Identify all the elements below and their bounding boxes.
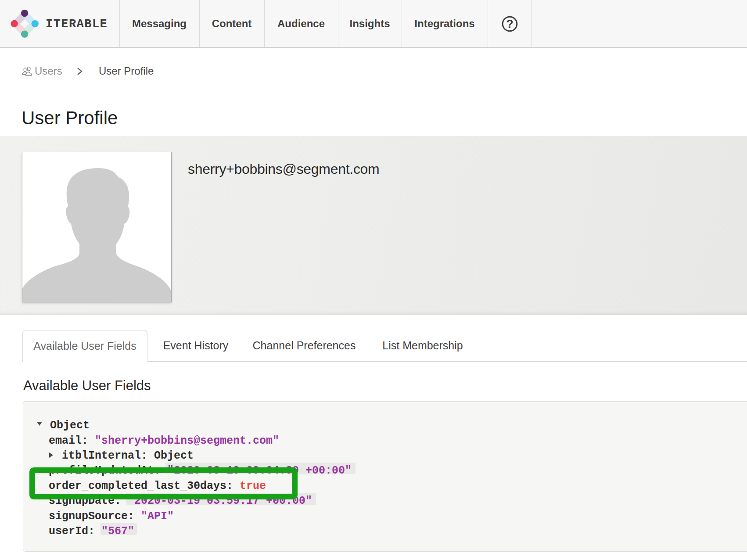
svg-text:?: ? bbox=[506, 18, 514, 31]
